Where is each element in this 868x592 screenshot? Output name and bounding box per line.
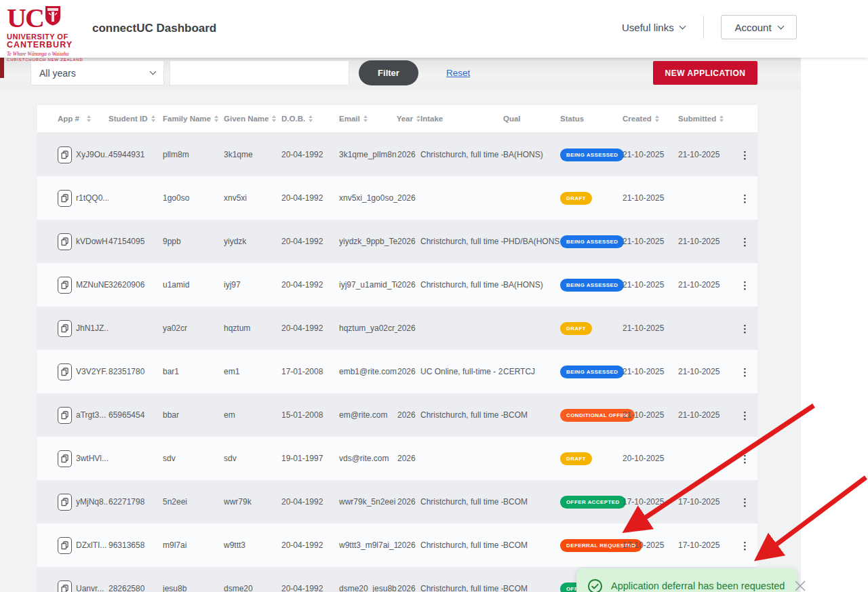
table-header-row: App #Student IDFamily NameGiven NameD.O.… bbox=[37, 105, 757, 133]
cell-qual: CERTCJ bbox=[503, 367, 560, 376]
cell-created: 21-10-2025 bbox=[623, 367, 678, 376]
table-row[interactable]: yMjNq8...622717985n2eeiwwr79k20-04-1992w… bbox=[37, 480, 757, 524]
column-label: Status bbox=[560, 115, 584, 123]
table-row[interactable]: aTrgt3...65965454bbarem15-01-2008em@rite… bbox=[37, 393, 757, 437]
copy-app-id-button[interactable] bbox=[58, 537, 72, 554]
row-menu-button[interactable]: ⋮ bbox=[736, 191, 754, 206]
cell-student-id: 65965454 bbox=[108, 410, 163, 420]
filter-bar: All years Filter Reset NEW APPLICATION bbox=[0, 58, 801, 89]
row-menu-button[interactable]: ⋮ bbox=[736, 451, 754, 467]
cell-qual: BA(HONS) bbox=[503, 150, 560, 159]
cell-family: bar1 bbox=[163, 367, 224, 376]
app-number-text: 3wtHVl... bbox=[76, 454, 108, 463]
cell-actions: ⋮ bbox=[732, 277, 757, 293]
toast-close-button[interactable] bbox=[793, 578, 808, 592]
cell-dob: 20-04-1992 bbox=[281, 584, 339, 592]
column-header-student-id[interactable]: Student ID bbox=[108, 115, 163, 123]
cell-created: 21-10-2025 bbox=[623, 193, 678, 203]
cell-actions: ⋮ bbox=[732, 234, 757, 250]
cell-dob: 20-04-1992 bbox=[281, 150, 339, 159]
cell-email: 3k1qme_pllm8n bbox=[339, 150, 397, 159]
cell-year: 2026 bbox=[397, 323, 420, 333]
cell-submitted: 21-10-2025 bbox=[678, 150, 732, 159]
cell-year: 2026 bbox=[397, 237, 420, 246]
column-header-d-o-b[interactable]: D.O.B. bbox=[281, 115, 339, 123]
status-badge: BEING ASSESSED bbox=[560, 366, 624, 378]
copy-app-id-button[interactable] bbox=[58, 494, 72, 511]
copy-app-id-button[interactable] bbox=[58, 320, 72, 337]
cell-given: sdv bbox=[224, 454, 281, 463]
cell-given: 3k1qme bbox=[224, 150, 281, 159]
cell-actions: ⋮ bbox=[732, 147, 757, 163]
status-badge: DRAFT bbox=[560, 452, 592, 465]
year-filter-select[interactable]: All years bbox=[31, 60, 164, 85]
cell-actions: ⋮ bbox=[732, 538, 757, 553]
cell-dob: 20-04-1992 bbox=[281, 237, 339, 246]
account-menu-button[interactable]: Account bbox=[721, 15, 797, 39]
table-row[interactable]: MZNuNE...32620906u1amidiyj9720-04-1992iy… bbox=[37, 263, 757, 307]
useful-links-menu[interactable]: Useful links bbox=[622, 22, 685, 33]
app-number-text: Uanvr... bbox=[76, 584, 104, 592]
cell-year: 2026 bbox=[397, 584, 420, 592]
copy-app-id-button[interactable] bbox=[58, 450, 72, 467]
table-row[interactable]: 3wtHVl...sdvsdv19-01-1997vds@rite.com202… bbox=[37, 437, 757, 480]
table-row[interactable]: r1tQQ0...1go0soxnv5xi20-04-1992xnv5xi_1g… bbox=[37, 176, 757, 220]
copy-app-id-button[interactable] bbox=[58, 407, 72, 424]
copy-app-id-button[interactable] bbox=[58, 580, 72, 592]
cell-student-id: 82351780 bbox=[108, 367, 163, 376]
cell-status: OFFER ACCEPTED bbox=[560, 496, 623, 509]
app-number-text: DZxlTI... bbox=[76, 540, 106, 550]
column-header-year[interactable]: Year bbox=[384, 115, 420, 123]
table-row[interactable]: DZxlTI...96313658m9l7aiw9ttt320-04-1992w… bbox=[37, 524, 757, 567]
cell-dob: 15-01-2008 bbox=[281, 410, 339, 420]
table-row[interactable]: V3V2YF...82351780bar1em117-01-2008emb1@r… bbox=[37, 350, 757, 393]
row-menu-button[interactable]: ⋮ bbox=[736, 408, 754, 423]
column-label: Created bbox=[623, 115, 652, 123]
reset-link[interactable]: Reset bbox=[446, 68, 470, 78]
cell-actions: ⋮ bbox=[732, 191, 757, 206]
column-header-created[interactable]: Created bbox=[623, 115, 678, 123]
column-label: App # bbox=[58, 115, 79, 123]
cell-status: DRAFT bbox=[560, 322, 623, 335]
copy-app-id-button[interactable] bbox=[58, 190, 72, 207]
new-application-button[interactable]: NEW APPLICATION bbox=[653, 61, 757, 85]
row-menu-button[interactable]: ⋮ bbox=[736, 234, 754, 250]
search-input[interactable] bbox=[170, 60, 349, 85]
cell-given: iyj97 bbox=[224, 280, 281, 290]
status-badge: OFFER ACCEPTED bbox=[560, 496, 626, 509]
cell-app-number: V3V2YF... bbox=[37, 363, 108, 380]
cell-email: xnv5xi_1go0so_ bbox=[339, 193, 397, 203]
table-row[interactable]: kVDowH...471540959ppbyiydzk20-04-1992yiy… bbox=[37, 220, 757, 263]
cell-actions: ⋮ bbox=[732, 408, 757, 423]
copy-app-id-button[interactable] bbox=[58, 146, 72, 163]
right-margin bbox=[801, 0, 868, 592]
dashboard-page: UC UNIVERSITY OF CANTERBURY Te Whare Wān… bbox=[0, 0, 868, 592]
column-header-family-name[interactable]: Family Name bbox=[163, 115, 224, 123]
cell-submitted: 21-10-2025 bbox=[678, 367, 732, 376]
cell-status: DRAFT bbox=[560, 452, 623, 465]
cell-student-id: 62271798 bbox=[108, 497, 163, 507]
cell-qual: BA(HONS) bbox=[503, 280, 560, 290]
status-badge: BEING ASSESSED bbox=[560, 235, 624, 248]
filter-button[interactable]: Filter bbox=[359, 60, 418, 85]
column-header-app[interactable]: App # bbox=[37, 115, 108, 123]
table-row[interactable]: XyJ9Ou...45944931pllm8m3k1qme20-04-19923… bbox=[37, 133, 757, 176]
row-menu-button[interactable]: ⋮ bbox=[736, 364, 754, 380]
cell-family: 5n2eei bbox=[163, 497, 224, 507]
row-menu-button[interactable]: ⋮ bbox=[736, 147, 754, 163]
cell-created: 21-10-2025 bbox=[623, 280, 678, 290]
table-row[interactable]: JhN1JZ...ya02crhqztum20-04-1992hqztum_ya… bbox=[37, 307, 757, 350]
copy-app-id-button[interactable] bbox=[58, 363, 72, 380]
row-menu-button[interactable]: ⋮ bbox=[736, 277, 754, 293]
row-menu-button[interactable]: ⋮ bbox=[736, 494, 754, 510]
row-menu-button[interactable]: ⋮ bbox=[736, 321, 754, 336]
row-menu-button[interactable]: ⋮ bbox=[736, 538, 754, 553]
cell-year: 2026 bbox=[397, 497, 420, 507]
cell-created: 20-10-2025 bbox=[623, 454, 678, 463]
cell-created: 17-10-2025 bbox=[623, 540, 678, 550]
column-header-given-name[interactable]: Given Name bbox=[224, 115, 281, 123]
copy-app-id-button[interactable] bbox=[58, 277, 72, 294]
column-header-submitted[interactable]: Submitted bbox=[678, 115, 732, 123]
uc-shield-icon bbox=[45, 5, 61, 28]
copy-app-id-button[interactable] bbox=[58, 233, 72, 250]
